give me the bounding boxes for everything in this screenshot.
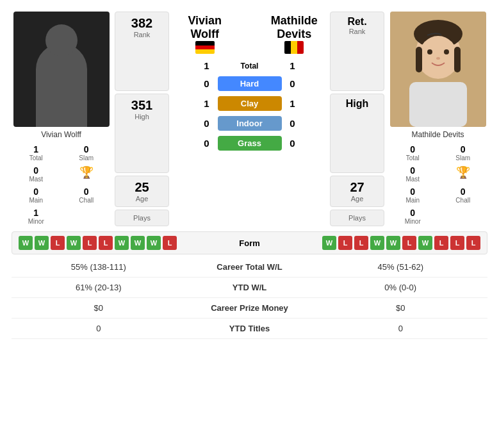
form-row: WWLWLLWWWL Form WLLWWLWLLL <box>12 231 487 254</box>
svg-point-4 <box>419 36 457 77</box>
left-age-value: 25 <box>122 180 162 195</box>
form-badge-right: L <box>354 236 368 250</box>
german-flag <box>195 41 215 54</box>
form-badge-left: L <box>83 236 97 250</box>
form-badge-left: W <box>19 236 33 250</box>
right-plays-card: Plays <box>330 210 384 226</box>
right-main-value: 0 <box>389 187 436 197</box>
stat-row: $0 Career Prize Money $0 <box>12 298 487 319</box>
left-mast-value: 0 <box>13 165 60 176</box>
stat-left-value: 0 <box>12 324 186 333</box>
left-slam-stat: 0 Slam <box>62 143 111 163</box>
right-age-card: 27 Age <box>330 176 384 207</box>
right-minor-stat: 0 Minor <box>388 206 438 226</box>
right-high-card: High <box>330 94 384 173</box>
total-row: 1 Total 1 <box>173 60 326 71</box>
clay-row: 1 Clay 1 <box>173 96 326 111</box>
right-chall-value: 0 <box>440 187 487 197</box>
left-minor-stat: 1 Minor <box>12 206 61 226</box>
left-plays-label: Plays <box>122 214 162 222</box>
stat-center-label: YTD Titles <box>186 324 314 333</box>
stat-center-label: Career Total W/L <box>186 262 314 272</box>
stat-center-label: Career Prize Money <box>186 303 314 313</box>
right-total-stat: 0 Total <box>388 143 438 163</box>
left-mast-stat: 0 Mast <box>12 164 61 184</box>
left-main-stat: 0 Main <box>12 185 61 205</box>
right-chall-stat: 0 Chall <box>439 185 488 205</box>
form-badge-left: W <box>35 236 49 250</box>
form-badge-right: L <box>450 236 464 250</box>
right-slam-value: 0 <box>440 144 487 154</box>
right-player-name-header: Mathilde Devits <box>263 14 327 41</box>
form-badge-left: L <box>99 236 113 250</box>
be-flag-stripe-2 <box>291 41 297 54</box>
form-badge-right: W <box>418 236 432 250</box>
left-player-stats: 1 Total 0 Slam 0 Mast 🏆 0 Main <box>12 143 111 226</box>
right-total-value: 0 <box>389 144 436 154</box>
svg-rect-9 <box>416 47 422 72</box>
stat-right-value: 45% (51-62) <box>314 262 488 272</box>
grass-left: 0 <box>201 138 213 149</box>
form-badge-left: W <box>147 236 161 250</box>
right-main-stat: 0 Main <box>388 185 438 205</box>
left-player-header: Vivian Wolff <box>173 14 237 54</box>
indoor-row: 0 Indoor 0 <box>173 116 326 131</box>
indoor-left: 0 <box>201 118 213 129</box>
form-badge-right: L <box>338 236 352 250</box>
form-badge-right: L <box>434 236 448 250</box>
right-form-badges: WLLWWLWLLL <box>288 236 481 250</box>
form-badge-left: L <box>163 236 177 250</box>
stat-right-value: $0 <box>314 303 488 313</box>
right-rank-value: Ret. <box>337 16 377 28</box>
left-total-stat: 1 Total <box>12 143 61 163</box>
form-badge-left: W <box>131 236 145 250</box>
left-high-label: High <box>122 113 162 120</box>
left-minor-value: 1 <box>13 208 60 218</box>
right-minor-value: 0 <box>389 208 436 218</box>
left-chall-label: Chall <box>63 197 110 204</box>
bottom-section: WWLWLLWWWL Form WLLWWLWLLL 55% (138-111)… <box>6 231 493 344</box>
left-main-value: 0 <box>13 187 60 197</box>
right-trophy-icon: 🏆 <box>456 166 470 179</box>
form-badge-left: W <box>67 236 81 250</box>
stat-left-value: 55% (138-111) <box>12 262 186 272</box>
right-slam-stat: 0 Slam <box>439 143 488 163</box>
right-plays-label: Plays <box>337 214 377 222</box>
clay-button[interactable]: Clay <box>218 96 282 111</box>
right-minor-label: Minor <box>389 218 436 225</box>
grass-button[interactable]: Grass <box>218 136 282 151</box>
right-age-label: Age <box>337 195 377 203</box>
right-trophy: 🏆 <box>439 164 488 184</box>
right-rank-label: Rank <box>337 28 377 35</box>
form-badge-right: L <box>402 236 416 250</box>
left-high-value: 351 <box>122 98 162 113</box>
top-section: Vivian Wolff 1 Total 0 Slam 0 Mast 🏆 <box>6 6 493 231</box>
left-slam-label: Slam <box>63 154 110 162</box>
left-age-card: 25 Age <box>115 176 169 207</box>
left-chall-stat: 0 Chall <box>62 185 111 205</box>
right-mast-value: 0 <box>389 165 436 176</box>
right-age-value: 27 <box>337 180 377 195</box>
stats-rows: 55% (138-111) Career Total W/L 45% (51-6… <box>12 257 487 339</box>
form-badge-right: W <box>370 236 384 250</box>
left-form-badges: WWLWLLWWWL <box>19 236 211 250</box>
right-player-header: Mathilde Devits <box>263 14 327 54</box>
stat-left-value: 61% (20-13) <box>12 283 186 292</box>
left-rank-label: Rank <box>122 31 162 38</box>
left-slam-value: 0 <box>63 144 110 154</box>
right-player-stats: 0 Total 0 Slam 0 Mast 🏆 0 Main <box>388 143 487 226</box>
indoor-button[interactable]: Indoor <box>218 116 282 131</box>
left-player-name: Vivian Wolff <box>41 130 81 139</box>
svg-point-7 <box>436 57 440 60</box>
left-main-label: Main <box>13 197 60 204</box>
indoor-right: 0 <box>287 118 299 129</box>
left-minor-label: Minor <box>13 218 60 225</box>
right-player-photo-svg <box>390 12 486 127</box>
hard-button[interactable]: Hard <box>218 76 282 91</box>
grass-row: 0 Grass 0 <box>173 136 326 151</box>
names-row: Vivian Wolff Mathilde Devits <box>173 12 326 56</box>
left-high-card: 351 High <box>115 94 169 173</box>
svg-point-5 <box>427 49 432 54</box>
stat-row: 61% (20-13) YTD W/L 0% (0-0) <box>12 278 487 298</box>
left-rank-card: 382 Rank <box>115 12 169 91</box>
